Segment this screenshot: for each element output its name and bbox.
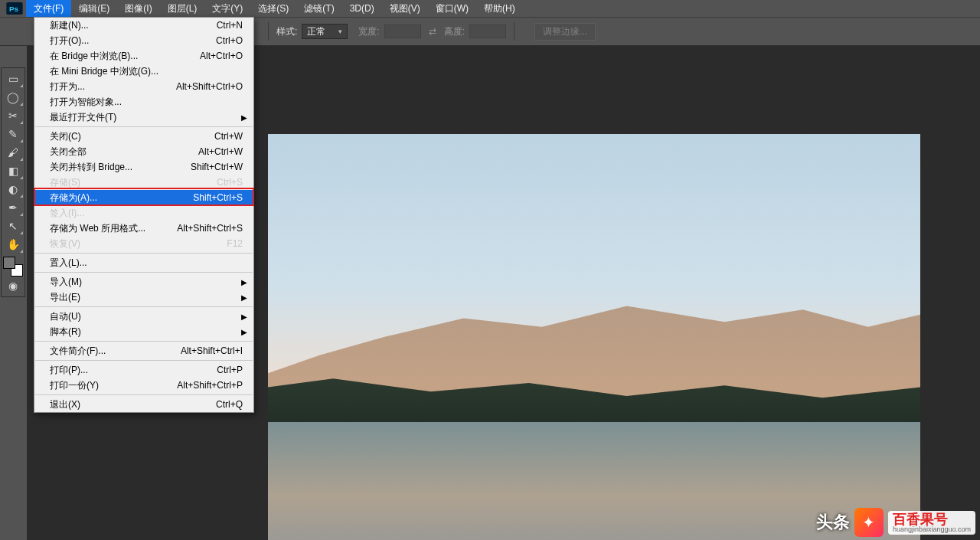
menu-item[interactable]: 打印(P)...Ctrl+P [34,362,253,378]
menu-layer[interactable]: 图层(L) [160,0,205,17]
menu-item[interactable]: 文件简介(F)...Alt+Shift+Ctrl+I [34,343,253,358]
menu-item[interactable]: 新建(N)...Ctrl+N [34,18,253,33]
menu-item[interactable]: 置入(L)... [34,255,253,270]
menu-item[interactable]: 退出(X)Ctrl+Q [34,397,253,412]
menu-help[interactable]: 帮助(H) [476,0,523,17]
menu-item[interactable]: 自动(U)▶ [34,309,253,324]
chevron-down-icon: ▾ [338,28,342,35]
color-swatches[interactable] [3,257,23,277]
tool-eyedropper[interactable]: ✎ [2,125,24,143]
menu-item[interactable]: 在 Mini Bridge 中浏览(G)... [34,64,253,79]
tool-brush[interactable]: 🖌 [2,143,24,162]
menu-item-shortcut: Ctrl+S [217,177,243,188]
menu-item-shortcut: Alt+Shift+Ctrl+I [181,345,243,356]
tool-gradient[interactable]: ◐ [2,180,24,198]
menu-item-label: 签入(I)... [50,207,243,220]
document-canvas[interactable] [268,134,920,540]
menu-item[interactable]: 存储为(A)...Shift+Ctrl+S [34,190,253,205]
refine-edge-button[interactable]: 调整边缘... [534,23,596,41]
submenu-arrow-icon: ▶ [241,313,247,321]
submenu-arrow-icon: ▶ [241,113,247,122]
swap-icon: ⇄ [429,26,436,37]
menu-item-shortcut: Alt+Shift+Ctrl+P [177,380,243,391]
menu-item[interactable]: 打开(O)...Ctrl+O [34,33,253,48]
menu-item-label: 导出(E) [50,291,243,304]
menu-item[interactable]: 关闭并转到 Bridge...Shift+Ctrl+W [34,159,253,175]
menu-item: 存储(S)Ctrl+S [34,175,253,190]
width-label: 宽度: [358,25,379,38]
tool-eraser[interactable]: ◧ [2,162,24,180]
menu-item[interactable]: 存储为 Web 所用格式...Alt+Shift+Ctrl+S [34,221,253,236]
menu-item-label: 在 Bridge 中浏览(B)... [50,50,200,63]
menu-item-label: 退出(X) [50,398,216,411]
tool-lasso[interactable]: ◯ [2,88,24,106]
menu-separator [35,272,253,273]
menu-item-label: 打开为智能对象... [50,96,243,109]
svg-text:Ps: Ps [9,5,19,13]
menu-type[interactable]: 文字(Y) [204,0,250,17]
menu-image[interactable]: 图像(I) [117,0,159,17]
foreground-color-swatch[interactable] [3,257,15,269]
style-dropdown[interactable]: 正常 ▾ [302,24,348,39]
menu-item-shortcut: Ctrl+Q [216,399,243,410]
file-menu-panel: 新建(N)...Ctrl+N打开(O)...Ctrl+O在 Bridge 中浏览… [34,17,254,413]
menu-separator [35,126,253,127]
tool-crop[interactable]: ✂ [2,106,24,125]
menu-item-label: 导入(M) [50,276,243,289]
watermark-text: 头条 [816,511,850,534]
menu-item-label: 新建(N)... [50,19,217,32]
menu-item-shortcut: Ctrl+N [217,20,243,31]
submenu-arrow-icon: ▶ [241,278,247,286]
menu-select[interactable]: 选择(S) [250,0,296,17]
menu-separator [35,306,253,307]
menu-item-shortcut: Shift+Ctrl+W [191,162,243,172]
tool-path[interactable]: ↖ [2,217,24,235]
tool-pen[interactable]: ✒ [2,198,24,217]
menu-item[interactable]: 最近打开文件(T)▶ [34,110,253,125]
tool-marquee[interactable]: ▭ [2,70,24,88]
tool-hand[interactable]: ✋ [2,235,24,254]
menu-item-label: 打印(P)... [50,364,217,377]
watermark-logo-icon: ✦ [854,508,884,537]
menu-item-shortcut: F12 [227,238,243,249]
menu-item[interactable]: 打开为智能对象... [34,94,253,110]
tool-quickmask[interactable]: ◉ [2,277,24,295]
menu-item[interactable]: 导入(M)▶ [34,274,253,290]
menu-item[interactable]: 导出(E)▶ [34,290,253,305]
menu-3d[interactable]: 3D(D) [342,0,382,17]
menu-item: 恢复(V)F12 [34,236,253,251]
tools-panel: ▭ ◯ ✂ ✎ 🖌 ◧ ◐ ✒ ↖ ✋ ◉ [1,67,25,297]
menu-separator [35,394,253,395]
menu-filter[interactable]: 滤镜(T) [296,0,341,17]
menu-item-label: 最近打开文件(T) [50,111,243,124]
menu-item[interactable]: 关闭(C)Ctrl+W [34,129,253,144]
menu-item[interactable]: 在 Bridge 中浏览(B)...Alt+Ctrl+O [34,48,253,64]
menu-item[interactable]: 打开为...Alt+Shift+Ctrl+O [34,79,253,94]
menu-separator [35,341,253,342]
menu-item-shortcut: Alt+Ctrl+O [200,51,243,61]
menu-item-label: 在 Mini Bridge 中浏览(G)... [50,65,243,78]
watermark: 头条 ✦ 百香果号 huangjinbaixiangguo.com [816,508,975,537]
menu-file[interactable]: 文件(F) [26,0,71,17]
menu-item[interactable]: 关闭全部Alt+Ctrl+W [34,144,253,159]
menu-item-label: 存储(S) [50,176,217,189]
menu-item-shortcut: Alt+Ctrl+W [198,146,243,157]
menu-window[interactable]: 窗口(W) [428,0,476,17]
menu-edit[interactable]: 编辑(E) [71,0,117,17]
menu-item[interactable]: 打印一份(Y)Alt+Shift+Ctrl+P [34,378,253,393]
menu-item-shortcut: Ctrl+P [217,365,243,375]
width-field [384,25,421,38]
menu-view[interactable]: 视图(V) [382,0,428,17]
menu-item-label: 文件简介(F)... [50,345,181,358]
menu-item-shortcut: Ctrl+W [214,131,243,142]
style-label: 样式: [276,25,297,38]
menu-item-label: 打开为... [50,80,176,93]
height-label: 高度: [444,25,465,38]
menu-item-shortcut: Shift+Ctrl+S [193,192,243,203]
menu-item-label: 恢复(V) [50,237,227,250]
menu-item-shortcut: Ctrl+O [216,35,243,46]
menu-item[interactable]: 脚本(R)▶ [34,324,253,339]
app-logo: Ps [3,0,26,17]
style-value: 正常 [307,25,325,38]
menu-item-label: 脚本(R) [50,326,243,339]
